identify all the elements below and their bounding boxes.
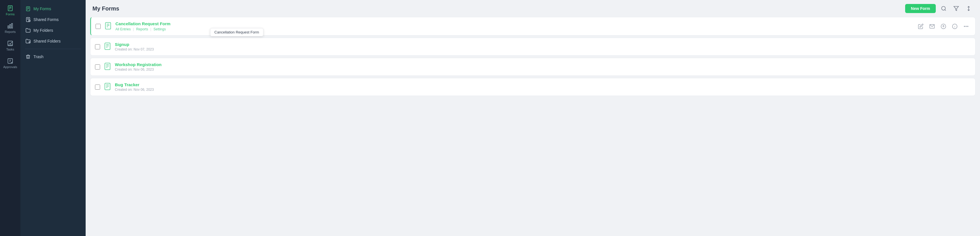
form-name-signup[interactable]: Signup: [115, 42, 970, 47]
svg-rect-25: [105, 22, 111, 29]
sidebar-item-label: Shared Folders: [33, 39, 61, 43]
svg-marker-23: [954, 6, 959, 11]
form-meta-signup: Created on: Nov 07, 2023: [115, 47, 970, 51]
sidebar-divider: [25, 49, 81, 49]
form-actions-cancellation: [916, 22, 970, 31]
more-button[interactable]: [962, 22, 970, 31]
sort-button[interactable]: [964, 4, 973, 13]
sidebar-icon-tasks[interactable]: Tasks: [0, 37, 21, 54]
svg-rect-6: [12, 24, 13, 29]
sidebar-item-shared-forms[interactable]: Shared Forms: [21, 14, 86, 25]
sidebar-item-label: My Folders: [33, 28, 53, 33]
icon-sidebar: Forms Reports Tasks Approvals: [0, 0, 21, 236]
sidebar-item-label: Shared Forms: [33, 17, 59, 22]
form-icon-signup: [103, 42, 111, 51]
page-title: My Forms: [92, 5, 119, 12]
form-icon-bug-tracker: [103, 83, 111, 92]
form-meta-workshop: Created on: Nov 06, 2023: [115, 67, 970, 72]
info-button[interactable]: [950, 22, 959, 31]
form-info-bug-tracker: Bug Tracker Created on: Nov 06, 2023: [115, 82, 970, 92]
form-name-bug-tracker[interactable]: Bug Tracker: [115, 82, 970, 87]
sidebar-item-label: My Forms: [33, 6, 51, 11]
svg-point-21: [942, 6, 945, 10]
svg-point-35: [964, 26, 965, 27]
share-button[interactable]: [939, 22, 948, 31]
search-button[interactable]: [939, 4, 948, 13]
svg-point-37: [967, 26, 968, 27]
form-meta-bug-tracker: Created on: Nov 06, 2023: [115, 88, 970, 92]
form-item-workshop: Workshop Registration Created on: Nov 06…: [90, 58, 975, 76]
new-form-button[interactable]: New Form: [905, 4, 936, 13]
svg-point-36: [966, 26, 967, 27]
form-name-workshop[interactable]: Workshop Registration: [115, 62, 970, 67]
main-header: My Forms New Form: [86, 0, 980, 17]
form-item-cancellation: Cancellation Request Form All Entries | …: [90, 17, 975, 35]
sidebar-icon-forms[interactable]: Forms: [0, 2, 21, 19]
sidebar-item-my-folders[interactable]: My Folders: [21, 25, 86, 36]
form-info-cancellation: Cancellation Request Form All Entries | …: [115, 21, 913, 31]
svg-rect-42: [105, 63, 110, 70]
forms-label: Forms: [6, 13, 14, 16]
form-item-signup: Signup Created on: Nov 07, 2023: [90, 38, 975, 56]
edit-button[interactable]: [916, 22, 925, 31]
form-name-cancellation[interactable]: Cancellation Request Form: [115, 21, 913, 26]
main-content: My Forms New Form: [86, 0, 980, 236]
sidebar-icon-reports[interactable]: Reports: [0, 20, 21, 36]
sidebar-item-shared-folders[interactable]: Shared Folders: [21, 36, 86, 46]
svg-line-22: [945, 10, 946, 11]
svg-rect-4: [8, 26, 9, 28]
svg-point-20: [29, 42, 30, 43]
form-checkbox-bug-tracker[interactable]: [95, 85, 100, 89]
form-checkbox-workshop[interactable]: [95, 64, 100, 70]
form-icon-workshop: [103, 62, 111, 72]
svg-rect-46: [105, 83, 110, 89]
filter-button[interactable]: [951, 4, 961, 13]
nav-sidebar: My Forms Shared Forms My Folders Shared …: [21, 0, 86, 236]
form-info-signup: Signup Created on: Nov 07, 2023: [115, 42, 970, 51]
header-actions: New Form: [905, 4, 973, 13]
reports-label: Reports: [5, 30, 16, 33]
sidebar-item-my-forms[interactable]: My Forms: [21, 3, 86, 14]
svg-rect-38: [105, 43, 110, 49]
form-link-settings[interactable]: Settings: [153, 27, 165, 31]
form-link-all-entries[interactable]: All Entries: [115, 27, 131, 31]
form-icon-cancellation: [104, 22, 112, 31]
form-item-bug-tracker: Bug Tracker Created on: Nov 06, 2023: [90, 78, 975, 96]
sidebar-icon-approvals[interactable]: Approvals: [0, 55, 21, 72]
sidebar-item-label: Trash: [33, 54, 43, 59]
tooltip-cancellation: Cancellation Request Form: [210, 28, 263, 36]
approvals-label: Approvals: [3, 65, 17, 69]
tasks-label: Tasks: [6, 48, 14, 51]
form-checkbox-cancellation[interactable]: [95, 24, 101, 29]
form-link-reports[interactable]: Reports: [136, 27, 148, 31]
sidebar-item-trash[interactable]: Trash: [21, 51, 86, 62]
svg-rect-5: [10, 24, 11, 28]
forms-list: Cancellation Request Form All Entries | …: [86, 17, 980, 236]
form-info-workshop: Workshop Registration Created on: Nov 06…: [115, 62, 970, 72]
email-button[interactable]: [928, 22, 937, 31]
form-checkbox-signup[interactable]: [95, 44, 100, 49]
